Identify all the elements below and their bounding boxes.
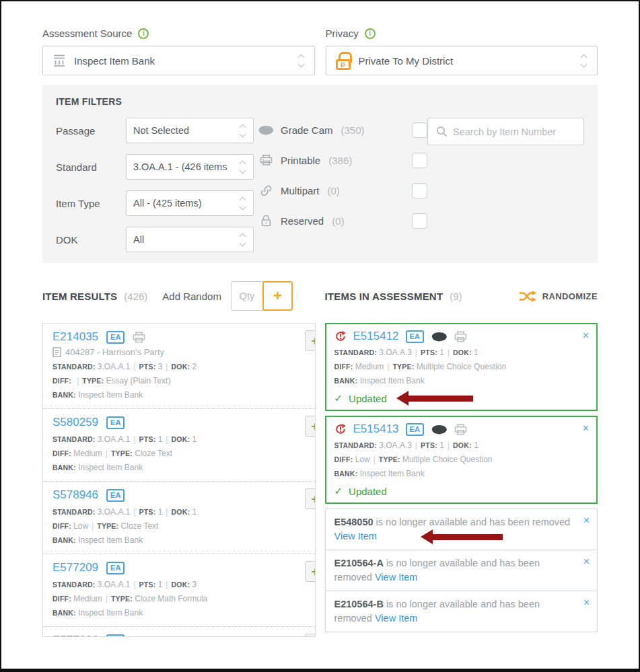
chevron-updown-icon [240,161,246,173]
result-item: S580259 EA STANDARD: 3.OA.A.1|PTS: 1|DOK… [43,409,315,482]
ea-badge: EA [406,423,424,436]
randomize-button[interactable]: RANDOMIZE [519,291,598,302]
search-icon [436,126,448,137]
dismiss-notice-button[interactable]: × [583,597,590,608]
items-in-assessment-header: ITEMS IN ASSESSMENT (9) RANDOMIZE [325,281,598,311]
qty-input[interactable] [231,281,263,311]
item-id-link[interactable]: E577209 [52,561,98,574]
printer-icon [454,331,467,342]
ea-badge: EA [106,331,125,344]
update-alert-icon [334,423,347,435]
result-item: E214035 EA 404287 - Harrison's Party STA… [43,324,315,409]
add-item-button[interactable]: + [305,634,316,637]
removed-item-notice: E210564-A is no longer available and has… [325,550,598,591]
multipart-checkbox[interactable] [412,183,427,198]
view-item-link[interactable]: View Item [334,531,377,542]
updated-label: Updated [349,486,387,497]
item-id-link[interactable]: S578946 [52,488,98,502]
dok-filter-select[interactable]: All [126,227,254,252]
remove-item-button[interactable]: × [583,330,589,341]
assessment-builder-page: Assessment Source i Inspect Item Bank Pr… [1,1,639,637]
assessment-source-label: Assessment Source [42,28,132,39]
info-icon[interactable]: i [365,28,376,39]
item-id-link[interactable]: E515412 [353,330,399,343]
assessment-item-card: E515412 EA × STANDARD: 3.OA.A.3|PTS: 1|D… [325,323,598,411]
add-item-button[interactable]: + [305,330,316,351]
reserved-checkbox[interactable] [412,213,427,229]
item-results-title: ITEM RESULTS [42,291,117,302]
chevron-updown-icon [240,125,246,137]
dismiss-notice-button[interactable]: × [583,556,590,567]
add-item-button[interactable]: + [305,416,316,437]
privacy-select[interactable]: D Private To My District [326,46,598,75]
add-item-button[interactable]: + [305,488,316,509]
assessment-source-select[interactable]: Inspect Item Bank [42,46,315,75]
check-icon: ✓ [334,392,343,404]
printer-icon [258,154,274,166]
standard-filter-select[interactable]: 3.OA.A.1 - (426 items [126,154,254,180]
item-id-link[interactable]: S580259 [52,416,98,429]
annotation-arrow [432,534,503,540]
passage-filter-select[interactable]: Not Selected [126,118,254,143]
link-icon [258,185,274,196]
filter-search-column [427,118,584,263]
item-results-count: (426) [124,291,147,302]
multipart-filter-row: Multipart (0) [258,180,427,200]
item-search-box [427,118,584,145]
lock-icon [258,215,274,227]
view-item-link[interactable]: View Item [375,572,417,583]
itemtype-filter-select[interactable]: All - (425 items) [126,190,254,216]
result-item: E577036 EA STANDARD: 3.OA.A.1|PTS: 1|DOK… [43,627,315,637]
gradecam-filter-row: Grade Cam (350) [258,120,427,140]
printable-filter-row: Printable (386) [258,150,427,170]
items-in-assessment-list: E515412 EA × STANDARD: 3.OA.A.3|PTS: 1|D… [325,323,598,632]
add-random-button[interactable]: + [262,281,293,311]
gradecam-icon [258,125,274,135]
removed-item-notice: E548050 is no longer available and has b… [325,509,598,550]
list-headers-row: ITEM RESULTS (426) Add Random + ITEMS IN… [42,281,598,311]
dok-filter-label: DOK [56,234,126,246]
ea-badge: EA [106,489,125,502]
view-item-link[interactable]: View Item [375,613,417,624]
item-bank-icon [52,54,66,67]
assessment-source-label-row: Assessment Source i [42,28,315,39]
item-id-link[interactable]: E577036 [52,634,98,637]
reserved-filter-row: Reserved (0) [258,211,427,231]
chevron-updown-icon [240,234,246,246]
item-filters-panel: ITEM FILTERS Passage Not Selected Standa… [42,85,598,263]
updated-status-row: ✓ Updated [334,485,588,497]
add-random-label: Add Random [162,291,221,302]
privacy-group: Privacy i D Private To My District [326,28,598,75]
ea-badge: EA [106,634,125,638]
printer-icon [133,332,145,343]
passage-title: 404287 - Harrison's Party [65,347,164,357]
remove-item-button[interactable]: × [583,423,589,434]
chevron-updown-icon [299,55,305,67]
removed-item-id: E210564-A [334,558,384,568]
assessment-source-group: Assessment Source i Inspect Item Bank [42,28,315,75]
check-icon: ✓ [334,485,343,497]
standard-filter-label: Standard [56,161,126,173]
privacy-label: Privacy [326,28,359,39]
ea-badge: EA [106,562,125,574]
district-lock-icon: D [336,52,351,70]
ea-badge: EA [106,416,125,429]
gradecam-icon [431,332,448,342]
app-window: Assessment Source i Inspect Item Bank Pr… [0,0,640,672]
printable-checkbox[interactable] [412,153,427,168]
filter-selects-column: Passage Not Selected Standard 3.OA.A.1 -… [56,118,258,263]
passage-filter-label: Passage [56,125,126,137]
item-id-link[interactable]: E515413 [353,422,399,436]
randomize-label: RANDOMIZE [542,291,598,301]
dismiss-notice-button[interactable]: × [583,515,590,526]
item-filters-title: ITEM FILTERS [56,96,584,107]
updated-status-row: ✓ Updated [334,392,588,404]
shuffle-icon [519,291,536,302]
gradecam-checkbox[interactable] [412,122,427,138]
annotation-arrow [408,396,473,402]
item-id-link[interactable]: E214035 [52,330,98,344]
add-item-button[interactable]: + [305,561,316,582]
removed-item-notice: E210564-B is no longer available and has… [325,591,598,632]
info-icon[interactable]: i [138,28,149,39]
search-input[interactable] [453,126,575,137]
